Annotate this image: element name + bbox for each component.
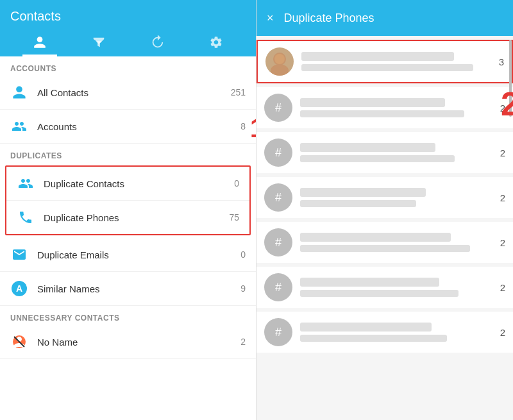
- accounts-label: Accounts: [37, 121, 235, 132]
- contact-name: [300, 98, 445, 107]
- contact-item[interactable]: # 2: [256, 177, 513, 218]
- contact-name: [300, 143, 435, 152]
- left-header: Contacts: [0, 0, 256, 56]
- avatar: #: [264, 318, 292, 346]
- contact-info: [300, 278, 494, 297]
- scrollbar[interactable]: [509, 40, 512, 117]
- section-unnecessary: Unnecessary Contacts: [0, 306, 256, 325]
- avatar: #: [264, 273, 292, 301]
- avatar: #: [264, 228, 292, 256]
- menu-accounts[interactable]: Accounts 8 1: [0, 110, 256, 144]
- menu-duplicate-contacts[interactable]: Duplicate Contacts 0: [6, 167, 249, 201]
- tab-history[interactable]: [140, 30, 174, 56]
- menu-similar-names[interactable]: A Similar Names 9: [0, 272, 256, 306]
- contact-count: 2: [500, 103, 505, 113]
- menu-no-name[interactable]: No Name 2: [0, 325, 256, 359]
- duplicate-contacts-label: Duplicate Contacts: [44, 178, 229, 189]
- no-name-count: 2: [240, 337, 246, 347]
- left-panel: Contacts: [0, 0, 256, 420]
- contact-item[interactable]: # 2: [256, 267, 513, 308]
- contact-item[interactable]: # 2: [256, 132, 513, 173]
- duplicate-contacts-count: 0: [234, 178, 239, 189]
- menu-all-contacts[interactable]: All Contacts 251: [0, 76, 256, 110]
- section-accounts: Accounts: [0, 56, 256, 76]
- app-title: Contacts: [10, 9, 246, 24]
- contact-phone: [300, 335, 447, 342]
- contact-info: [300, 98, 494, 117]
- person-icon: [10, 83, 28, 101]
- contact-info: [300, 233, 494, 252]
- duplicate-phones-label: Duplicate Phones: [44, 212, 224, 223]
- contact-phone: [300, 245, 470, 252]
- contact-item[interactable]: # 2: [256, 222, 513, 263]
- person-icon: [33, 35, 47, 49]
- menu-duplicate-emails[interactable]: Duplicate Emails 0: [0, 238, 256, 272]
- svg-point-3: [271, 64, 289, 76]
- contact-count: 2: [500, 282, 505, 293]
- right-panel: × Duplicate Phones 3 #: [256, 0, 513, 420]
- contact-count: 2: [500, 192, 505, 203]
- contact-phone: [300, 155, 455, 162]
- menu-duplicate-phones[interactable]: Duplicate Phones 75: [6, 201, 249, 234]
- contact-item[interactable]: # 2: [256, 87, 513, 128]
- accounts-icon: [10, 117, 28, 135]
- contact-name: [300, 233, 451, 242]
- gear-icon: [209, 35, 223, 49]
- contact-item[interactable]: 3: [256, 40, 513, 83]
- contact-name: [300, 278, 439, 287]
- contact-name: [300, 188, 426, 197]
- contact-phone: [301, 64, 473, 71]
- badge-1: 1: [250, 115, 256, 142]
- contact-name: [301, 52, 454, 61]
- history-icon: [150, 35, 164, 49]
- avatar: #: [264, 139, 292, 167]
- all-contacts-label: All Contacts: [37, 87, 226, 98]
- similar-names-count: 9: [240, 283, 246, 294]
- no-name-icon: [10, 333, 28, 351]
- contact-count: 2: [500, 327, 505, 338]
- svg-point-4: [274, 54, 285, 64]
- contact-info: [300, 143, 494, 162]
- nav-tabs: [10, 30, 246, 56]
- no-name-label: No Name: [37, 337, 235, 348]
- tab-contacts[interactable]: [22, 30, 57, 56]
- contact-item[interactable]: # 2: [256, 312, 513, 353]
- close-button[interactable]: ×: [267, 12, 274, 25]
- right-header: × Duplicate Phones: [256, 0, 513, 36]
- duplicate-phones-count: 75: [229, 212, 239, 223]
- duplicate-emails-count: 0: [240, 249, 246, 260]
- all-contacts-count: 251: [231, 87, 246, 97]
- contact-phone: [300, 200, 416, 207]
- contact-info: [300, 323, 494, 342]
- email-icon: [10, 246, 28, 264]
- contact-info: [300, 188, 494, 207]
- right-title: Duplicate Phones: [284, 12, 374, 25]
- contact-name: [300, 323, 432, 332]
- contacts-list[interactable]: 3 # 2 # 2 #: [256, 36, 513, 420]
- contact-count: 2: [500, 237, 505, 248]
- section-duplicates: Duplicates: [0, 144, 256, 163]
- filter-icon: [92, 35, 106, 49]
- contact-info: [301, 52, 492, 71]
- tab-filter[interactable]: [81, 30, 116, 56]
- duplicate-emails-label: Duplicate Emails: [37, 249, 235, 260]
- avatar: #: [264, 183, 292, 212]
- contact-phone: [300, 110, 464, 117]
- contact-count: 2: [500, 147, 505, 158]
- duplicate-phone-icon: [17, 208, 35, 226]
- avatar: #: [264, 94, 292, 122]
- duplicates-highlight-box: Duplicate Contacts 0 Duplicate Phones 75: [5, 165, 251, 235]
- similar-names-label: Similar Names: [37, 283, 235, 294]
- tab-settings[interactable]: [199, 30, 233, 56]
- accounts-count: 8 1: [240, 121, 246, 131]
- avatar: [265, 47, 294, 76]
- duplicate-contacts-icon: [17, 174, 35, 192]
- similar-names-icon: A: [10, 280, 28, 298]
- contact-phone: [300, 290, 458, 297]
- contact-count: 3: [499, 56, 504, 67]
